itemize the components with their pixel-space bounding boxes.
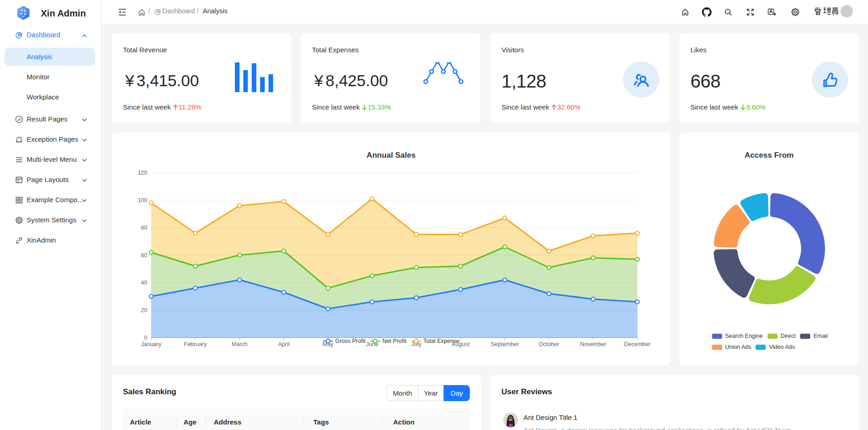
svg-text:120: 120: [138, 170, 147, 176]
svg-text:80: 80: [141, 225, 147, 231]
svg-text:60: 60: [141, 252, 147, 259]
svg-text:40: 40: [141, 280, 147, 286]
svg-text:20: 20: [141, 307, 147, 314]
svg-text:100: 100: [138, 197, 147, 204]
